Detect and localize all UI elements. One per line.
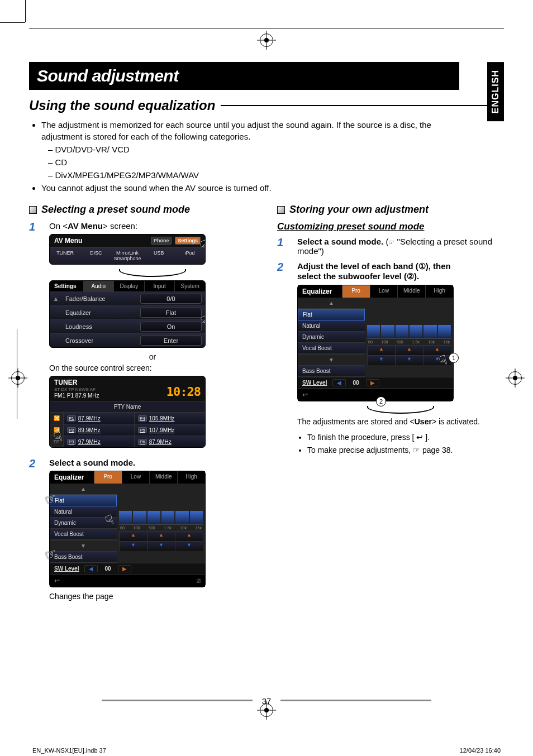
eq-mode-flat[interactable]: Flat <box>298 309 365 320</box>
sw-level-value: 00 <box>347 380 364 386</box>
back-icon[interactable]: ↩ <box>54 577 60 585</box>
eq-tab-pro[interactable]: Pro <box>342 285 370 298</box>
eq-tab-high[interactable]: High <box>425 285 453 298</box>
tuner-band: FM1 <box>54 393 65 399</box>
eq-mode-vocalboost[interactable]: Vocal Boost <box>298 343 365 354</box>
eq-mode-natural[interactable]: Natural <box>298 320 365 332</box>
eq-list-up-icon[interactable]: ▲ <box>50 484 117 495</box>
settings-tab-system[interactable]: System <box>174 281 205 291</box>
rstep1-pre: ( <box>383 237 388 246</box>
rstep2-line2: select the subwoofer level (②). <box>297 271 419 281</box>
eq-tab-low[interactable]: Low <box>370 285 398 298</box>
crop-mark <box>25 0 26 22</box>
subhead-square-icon <box>29 206 37 214</box>
eq-band-up-icon[interactable] <box>120 531 147 541</box>
intro-cat-bullet: CD <box>48 156 455 168</box>
sw-level-down-button[interactable]: ◀ <box>332 379 346 386</box>
eq-mode-bassboost[interactable]: Bass Boost <box>50 551 117 563</box>
settings-tab-display[interactable]: Display <box>113 281 144 291</box>
tuner-side-icon[interactable]: 🔀 <box>50 412 63 424</box>
tuner-preset-cell[interactable]: P397.9MHz <box>63 436 134 447</box>
eq-band-down-icon[interactable] <box>396 355 423 365</box>
settings-tab-input[interactable]: Input <box>144 281 175 291</box>
settings-value[interactable]: Enter <box>140 336 202 346</box>
eq-list-up-icon[interactable]: ▲ <box>298 298 365 309</box>
settings-up-arrow-icon[interactable]: ▲ <box>50 295 62 302</box>
sw-level-up-button[interactable]: ▶ <box>118 565 131 572</box>
stored-caption: The adjustments are stored and <User> is… <box>297 417 504 426</box>
eq-mode-flat[interactable]: Flat <box>50 495 117 506</box>
settings-tab-audio[interactable]: Audio <box>83 281 114 291</box>
avmenu-cell-mirrorlink[interactable]: MirrorLink Smartphone <box>112 247 144 264</box>
avmenu-cell-disc[interactable]: DISC <box>80 247 111 264</box>
avmenu-cell-ipod[interactable]: iPod <box>174 247 205 264</box>
eq-band-down-icon[interactable] <box>368 355 395 365</box>
settings-value[interactable]: Flat <box>140 308 202 318</box>
eq-band-down-icon[interactable] <box>147 541 175 551</box>
eq-tab-pro[interactable]: Pro <box>94 471 122 484</box>
eq-band-up-icon[interactable] <box>423 345 451 355</box>
settings-title: Settings <box>50 281 83 291</box>
step-2: 2 Select a sound mode. Equalizer Pro Low… <box>29 458 256 601</box>
step-body: Adjust the level of each band (①), then … <box>297 261 504 457</box>
section-heading-text: Using the sound equalization <box>29 98 215 113</box>
left-column: Selecting a preset sound mode 1 On <AV M… <box>29 204 256 606</box>
tuner-preset-cell[interactable]: P4105.9MHz <box>134 412 205 424</box>
right-bullet-finish: To finish the procedure, press [ ↩ ]. <box>307 432 504 443</box>
tuner-preset-cell[interactable]: P289.9MHz <box>63 424 134 436</box>
avmenu-chip-phone[interactable]: Phone <box>151 237 172 245</box>
sw-level-value: 00 <box>99 566 116 572</box>
eq-band-up-icon[interactable] <box>396 345 423 355</box>
eq-band-up-icon[interactable] <box>147 531 175 541</box>
registration-mark <box>11 371 25 385</box>
rstep-2: 2 Adjust the level of each band (①), the… <box>277 261 504 457</box>
tuner-preset-cell[interactable]: P5107.9MHz <box>134 424 205 436</box>
step2-text: Select a sound mode. <box>49 458 135 467</box>
eq-graph: 60100 5001.5k 10k15k <box>117 484 205 563</box>
back-icon[interactable]: ↩ <box>302 391 308 399</box>
eq-tab-low[interactable]: Low <box>122 471 150 484</box>
settings-value[interactable]: 0/0 <box>140 294 202 304</box>
settings-row-fader[interactable]: ▲ Fader/Balance 0/0 <box>50 291 205 305</box>
avmenu-chip-settings[interactable]: Settings <box>175 237 201 245</box>
sw-level-up-button[interactable]: ▶ <box>366 379 379 386</box>
tuner-preset-cell[interactable]: P187.9MHz <box>63 412 134 424</box>
settings-value[interactable]: On <box>140 322 202 332</box>
settings-row-loudness[interactable]: Loudness On <box>50 319 205 333</box>
heading-rule <box>221 105 494 106</box>
eq-mode-vocalboost[interactable]: Vocal Boost <box>50 529 117 540</box>
settings-row-crossover[interactable]: Crossover Enter <box>50 333 205 347</box>
eq-title: Equalizer <box>298 285 342 298</box>
tuner-preset-cell[interactable]: P687.9MHz <box>134 436 205 447</box>
page-frame: ENGLISH Sound adjustment Using the sound… <box>29 28 504 722</box>
eq-band-up-icon[interactable] <box>175 531 203 541</box>
avmenu-cell-tuner[interactable]: TUNER <box>50 247 80 264</box>
settings-icon[interactable]: ⎚ <box>197 577 201 585</box>
avmenu-cell-usb[interactable]: USB <box>144 247 174 264</box>
callout-circle-2: 2 <box>376 396 386 406</box>
step1-bold: AV Menu <box>68 221 103 231</box>
eq-band-down-icon[interactable] <box>175 541 203 551</box>
eq-band-up-icon[interactable] <box>368 345 395 355</box>
intro-memo-bullet: The adjustment is memorized for each sou… <box>41 119 455 142</box>
eq-tab-high[interactable]: High <box>177 471 205 484</box>
eq-mode-bassboost[interactable]: Bass Boost <box>298 365 365 377</box>
equalizer-screenshot: Equalizer Pro Low Middle High ▲ Flat Nat… <box>297 285 454 401</box>
step-number: 1 <box>29 221 39 452</box>
eq-tab-middle[interactable]: Middle <box>149 471 177 484</box>
step-body: Select a sound mode. (☞ "Selecting a pre… <box>297 237 504 256</box>
tuner-header: TUNER ST DX TP NEWS AF FM1 P1 87.9 MHz 1… <box>50 376 205 401</box>
step-number: 1 <box>277 237 287 256</box>
sw-level-down-button[interactable]: ◀ <box>84 565 98 572</box>
eq-tab-middle[interactable]: Middle <box>397 285 425 298</box>
tuner-pty: PTY Name <box>50 401 205 412</box>
tuner-clock: 10:28 <box>166 385 201 399</box>
intro-avoff-bullet: You cannot adjust the sound when the AV … <box>41 182 455 194</box>
eq-list-down-icon[interactable]: ▼ <box>50 540 117 551</box>
eq-mode-dynamic[interactable]: Dynamic <box>298 332 365 343</box>
tuner-screenshot: TUNER ST DX TP NEWS AF FM1 P1 87.9 MHz 1… <box>49 376 206 448</box>
flow-arrow <box>367 406 434 414</box>
eq-band-down-icon[interactable] <box>120 541 147 551</box>
settings-row-equalizer[interactable]: Equalizer Flat <box>50 305 205 319</box>
eq-list-down-icon[interactable]: ▼ <box>298 354 365 365</box>
